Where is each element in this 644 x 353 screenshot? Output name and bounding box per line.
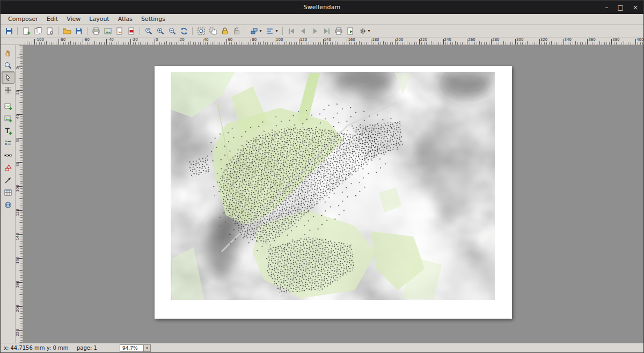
add-arrow-icon bbox=[4, 176, 12, 185]
page[interactable] bbox=[155, 66, 512, 319]
statusbar: x: 44.7156 mm y: 0 mm page: 1 94.7% ▾ bbox=[1, 343, 643, 352]
group-items-button[interactable] bbox=[195, 25, 207, 37]
h-ruler-label: 380 bbox=[612, 38, 619, 42]
pan-tool-button[interactable] bbox=[2, 47, 14, 59]
lock-items-button[interactable] bbox=[219, 25, 231, 37]
add-attribute-table-tool-button[interactable] bbox=[2, 186, 14, 198]
ungroup-items-button[interactable] bbox=[207, 25, 219, 37]
new-composer-button[interactable] bbox=[20, 25, 32, 37]
atlas-settings-button[interactable]: ▾ bbox=[356, 25, 372, 37]
zoom-out-button[interactable] bbox=[166, 25, 178, 37]
h-ruler-label: 160 bbox=[348, 38, 355, 42]
zoom-dropdown-arrow-icon[interactable]: ▾ bbox=[143, 345, 150, 351]
menu-item-settings[interactable]: Settings bbox=[137, 14, 170, 24]
menu-item-view[interactable]: View bbox=[62, 14, 85, 24]
unlock-all-button[interactable] bbox=[231, 25, 243, 37]
zoom-full-button[interactable] bbox=[143, 25, 155, 37]
group-items-icon bbox=[197, 27, 206, 35]
add-legend-tool-button[interactable] bbox=[2, 137, 14, 149]
v-ruler-label: 160 bbox=[16, 252, 20, 268]
toolbar-separator bbox=[58, 27, 59, 35]
export-pdf-button[interactable] bbox=[126, 25, 137, 37]
zoom-tool-button[interactable] bbox=[2, 59, 14, 71]
dropdown-caret-icon: ▾ bbox=[275, 28, 277, 33]
add-image-tool-button[interactable] bbox=[2, 112, 14, 124]
align-items-button[interactable]: ▾ bbox=[264, 25, 280, 37]
raise-items-button[interactable]: ▾ bbox=[248, 25, 264, 37]
h-ruler-label: 340 bbox=[565, 38, 572, 42]
h-ruler-label: 0 bbox=[156, 38, 158, 42]
zoom-in-button[interactable] bbox=[155, 25, 166, 37]
h-ruler-label: -80 bbox=[60, 38, 65, 42]
add-legend-icon bbox=[4, 139, 12, 148]
dropdown-caret-icon: ▾ bbox=[259, 28, 261, 33]
zoom-combobox[interactable]: 94.7% ▾ bbox=[120, 344, 151, 352]
atlas-next-button[interactable] bbox=[309, 25, 321, 37]
unlock-icon bbox=[232, 27, 241, 35]
item-toolbox bbox=[1, 45, 16, 343]
atlas-first-button[interactable] bbox=[286, 25, 297, 37]
menu-item-edit[interactable]: Edit bbox=[42, 14, 62, 24]
menu-item-atlas[interactable]: Atlas bbox=[114, 14, 137, 24]
add-html-frame-tool-button[interactable] bbox=[2, 198, 14, 211]
page-indicator: page: 1 bbox=[77, 345, 97, 351]
h-ruler-label: 120 bbox=[300, 38, 307, 42]
export-svg-button[interactable] bbox=[114, 25, 126, 37]
h-ruler-major-ticks bbox=[23, 39, 643, 45]
select-move-item-tool-button[interactable] bbox=[2, 71, 14, 84]
cursor-arrow-icon bbox=[4, 73, 12, 82]
h-ruler-label: 100 bbox=[276, 38, 283, 42]
export-image-button[interactable] bbox=[102, 25, 114, 37]
zoom-tool-icon bbox=[4, 61, 12, 70]
toolbar-separator bbox=[192, 27, 193, 35]
atlas-prev-button[interactable] bbox=[297, 25, 309, 37]
print-atlas-button[interactable] bbox=[333, 25, 345, 37]
print-button[interactable] bbox=[90, 25, 102, 37]
swellendam-map bbox=[171, 72, 495, 300]
gear-icon bbox=[358, 27, 367, 35]
h-ruler-label: 40 bbox=[204, 38, 209, 42]
save-template-icon bbox=[75, 27, 83, 35]
h-ruler-label: 360 bbox=[588, 38, 595, 42]
duplicate-composer-button[interactable] bbox=[32, 25, 44, 37]
v-ruler-label: 0 bbox=[16, 60, 20, 76]
new-composer-icon bbox=[22, 27, 31, 35]
add-map-icon bbox=[4, 102, 12, 111]
add-arrow-tool-button[interactable] bbox=[2, 174, 14, 186]
toolbar-separator bbox=[140, 27, 141, 35]
add-table-icon bbox=[4, 188, 12, 197]
export-atlas-button[interactable] bbox=[345, 25, 356, 37]
save-project-button[interactable] bbox=[3, 25, 15, 37]
add-shape-tool-button[interactable] bbox=[2, 161, 14, 174]
save-as-template-button[interactable] bbox=[73, 25, 85, 37]
add-shape-icon bbox=[4, 164, 12, 172]
print-atlas-icon bbox=[334, 27, 343, 35]
main-area: 020406080100120140160180200220 bbox=[1, 45, 643, 343]
atlas-last-button[interactable] bbox=[321, 25, 333, 37]
close-button[interactable]: × bbox=[633, 4, 638, 11]
maximize-button[interactable]: □ bbox=[618, 4, 624, 11]
add-scalebar-tool-button[interactable] bbox=[2, 149, 14, 161]
add-scalebar-icon bbox=[4, 151, 12, 160]
folder-icon bbox=[63, 27, 71, 35]
titlebar: Swellendam – □ × bbox=[1, 1, 643, 14]
load-template-button[interactable] bbox=[61, 25, 73, 37]
map-item-preview[interactable] bbox=[171, 72, 495, 300]
minimize-button[interactable]: – bbox=[605, 4, 609, 11]
toolbar: ▾ ▾ ▾ bbox=[1, 25, 643, 38]
refresh-view-button[interactable] bbox=[178, 25, 190, 37]
composer-window: Swellendam – □ × ComposerEditViewLayoutA… bbox=[0, 0, 644, 353]
ungroup-items-icon bbox=[209, 27, 217, 35]
menu-item-composer[interactable]: Composer bbox=[4, 14, 42, 24]
h-ruler-label: -100 bbox=[35, 38, 44, 42]
move-item-content-tool-button[interactable] bbox=[2, 84, 14, 96]
add-label-tool-button[interactable] bbox=[2, 124, 14, 137]
menu-item-layout[interactable]: Layout bbox=[85, 14, 113, 24]
menubar: ComposerEditViewLayoutAtlasSettings bbox=[1, 14, 643, 25]
layout-canvas bbox=[23, 45, 643, 343]
window-title: Swellendam bbox=[1, 4, 643, 11]
atlas-next-icon bbox=[311, 27, 319, 35]
composer-manager-button[interactable] bbox=[44, 25, 56, 37]
v-ruler-label: 200 bbox=[16, 300, 20, 317]
add-map-tool-button[interactable] bbox=[2, 100, 14, 112]
